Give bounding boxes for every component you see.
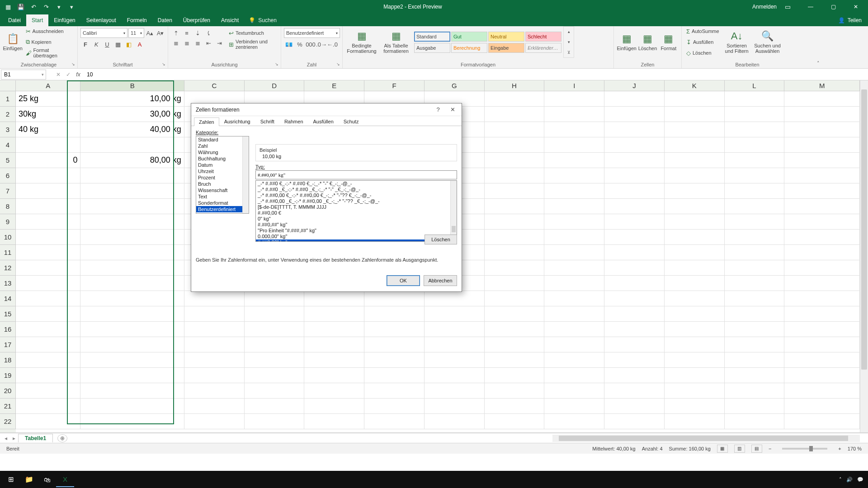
cell[interactable]: [364, 291, 425, 306]
cell[interactable]: [725, 230, 785, 245]
tray-notifications-icon[interactable]: 💬: [857, 477, 863, 483]
column-header[interactable]: L: [725, 80, 785, 91]
cell[interactable]: [485, 260, 545, 276]
cell[interactable]: [544, 383, 604, 399]
dialog-close-button[interactable]: ✕: [445, 104, 460, 116]
style-berechnung[interactable]: Berechnung: [451, 43, 487, 53]
align-right-button[interactable]: ≣: [193, 38, 203, 48]
cell[interactable]: [485, 322, 545, 337]
cell[interactable]: [665, 137, 725, 153]
cell[interactable]: [665, 107, 725, 122]
cell[interactable]: [485, 245, 545, 260]
cell[interactable]: [425, 399, 485, 414]
scrollbar-thumb[interactable]: [559, 436, 848, 441]
row-header[interactable]: 4: [0, 137, 16, 153]
cell[interactable]: [80, 306, 184, 322]
cell[interactable]: [184, 368, 245, 383]
cell[interactable]: [425, 352, 485, 368]
formula-input[interactable]: 10: [85, 71, 868, 78]
cell[interactable]: 30,00 kg: [80, 107, 184, 122]
cell[interactable]: [16, 199, 80, 214]
cell[interactable]: [784, 291, 860, 306]
cell[interactable]: [364, 337, 425, 352]
view-pagebreak-button[interactable]: ▤: [751, 445, 762, 453]
cell[interactable]: [784, 383, 860, 399]
column-header[interactable]: J: [604, 80, 665, 91]
format-item[interactable]: _-* #.##0,00 _€_-;-* #.##0,00 _€_-;_-* "…: [256, 198, 457, 204]
cell[interactable]: [544, 399, 604, 414]
cell[interactable]: [544, 337, 604, 352]
cell[interactable]: [784, 245, 860, 260]
cell[interactable]: [16, 352, 80, 368]
cell[interactable]: [485, 352, 545, 368]
paste-button[interactable]: 📋Einfügen: [3, 27, 23, 57]
cell[interactable]: [604, 230, 665, 245]
row-header[interactable]: 9: [0, 214, 16, 230]
scrollbar-thumb[interactable]: [861, 89, 867, 370]
cell[interactable]: [784, 306, 860, 322]
cell[interactable]: [485, 276, 545, 291]
cell[interactable]: [485, 399, 545, 414]
cell[interactable]: [485, 306, 545, 322]
cell[interactable]: [425, 337, 485, 352]
format-cells-button[interactable]: ▦Format: [659, 27, 679, 57]
category-item[interactable]: Text: [196, 193, 249, 200]
format-item[interactable]: #.##0,##" kg": [256, 222, 457, 228]
cell[interactable]: [665, 383, 725, 399]
dialog-launcher-icon[interactable]: ↘: [70, 61, 76, 67]
format-as-table-button[interactable]: ▦Als Tabelle formatieren: [380, 27, 412, 57]
style-standard[interactable]: Standard: [414, 32, 450, 42]
cell[interactable]: [544, 168, 604, 183]
share-button[interactable]: 👤Teilen: [832, 14, 868, 26]
cell[interactable]: [544, 153, 604, 168]
cell[interactable]: [80, 183, 184, 199]
cell[interactable]: [245, 368, 305, 383]
minimize-button[interactable]: —: [800, 0, 821, 14]
bold-button[interactable]: F: [80, 39, 90, 49]
column-header[interactable]: G: [425, 80, 485, 91]
cell[interactable]: [304, 352, 364, 368]
styles-down-button[interactable]: ▾: [564, 37, 574, 47]
style-gut[interactable]: Gut: [451, 32, 487, 42]
cell[interactable]: [80, 352, 184, 368]
cell[interactable]: [665, 276, 725, 291]
tab-formeln[interactable]: Formeln: [122, 14, 152, 26]
dialog-launcher-icon[interactable]: ↘: [335, 61, 341, 67]
cell[interactable]: [784, 352, 860, 368]
cell[interactable]: [245, 322, 305, 337]
cell[interactable]: [725, 414, 785, 429]
cell[interactable]: [725, 276, 785, 291]
cell[interactable]: [725, 137, 785, 153]
cell[interactable]: [665, 260, 725, 276]
cell[interactable]: [604, 137, 665, 153]
align-left-button[interactable]: ≣: [171, 38, 181, 48]
cell[interactable]: [80, 245, 184, 260]
cell[interactable]: [604, 260, 665, 276]
cell[interactable]: 40,00 kg: [80, 122, 184, 137]
category-item[interactable]: Prozent: [196, 174, 249, 181]
cell[interactable]: [16, 322, 80, 337]
start-button[interactable]: ⊞: [2, 472, 20, 487]
cell[interactable]: [485, 168, 545, 183]
cell[interactable]: [665, 214, 725, 230]
cell[interactable]: [725, 291, 785, 306]
row-header[interactable]: 13: [0, 276, 16, 291]
row-header[interactable]: 16: [0, 322, 16, 337]
fill-color-button[interactable]: ◧: [124, 39, 134, 49]
row-header[interactable]: 2: [0, 107, 16, 122]
cell[interactable]: [425, 322, 485, 337]
autosum-button[interactable]: ΣAutoSumme: [684, 26, 721, 36]
cell[interactable]: [245, 414, 305, 429]
cell[interactable]: 0: [16, 153, 80, 168]
category-item[interactable]: Buchhaltung: [196, 155, 249, 162]
cell[interactable]: [544, 352, 604, 368]
tab-ueberpruefen[interactable]: Überprüfen: [178, 14, 216, 26]
cell[interactable]: [80, 368, 184, 383]
cell[interactable]: [784, 199, 860, 214]
cell[interactable]: [665, 168, 725, 183]
cell[interactable]: [485, 337, 545, 352]
cell[interactable]: [304, 322, 364, 337]
cell[interactable]: [364, 383, 425, 399]
column-header[interactable]: M: [784, 80, 860, 91]
cell[interactable]: [245, 291, 305, 306]
